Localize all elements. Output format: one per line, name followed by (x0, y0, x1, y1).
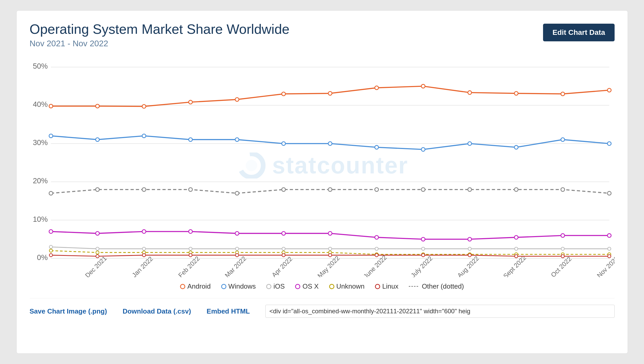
svg-point-111 (375, 254, 378, 257)
svg-point-83 (282, 247, 285, 250)
svg-point-38 (607, 88, 611, 92)
svg-point-60 (421, 188, 425, 191)
svg-point-67 (142, 230, 146, 233)
svg-point-29 (189, 100, 192, 104)
svg-point-51 (607, 142, 611, 145)
svg-point-70 (282, 232, 285, 235)
svg-point-92 (96, 251, 99, 254)
header: Operating System Market Share Worldwide … (30, 21, 615, 48)
svg-point-55 (189, 188, 192, 191)
svg-point-79 (96, 247, 99, 250)
unknown-legend-icon (329, 284, 334, 289)
svg-point-77 (607, 234, 611, 237)
svg-point-65 (49, 230, 53, 233)
svg-point-82 (235, 247, 238, 250)
legend-linux-label: Linux (382, 282, 398, 290)
main-card: Operating System Market Share Worldwide … (16, 10, 628, 354)
svg-point-54 (142, 188, 146, 191)
svg-point-46 (375, 146, 378, 149)
embed-code-input[interactable] (265, 305, 614, 318)
save-chart-link[interactable]: Save Chart Image (.png) (30, 307, 107, 315)
svg-point-39 (49, 134, 53, 138)
title-block: Operating System Market Share Worldwide … (30, 21, 290, 48)
legend-unknown: Unknown (329, 282, 365, 290)
svg-point-53 (95, 188, 99, 191)
svg-point-59 (375, 188, 378, 191)
svg-point-43 (235, 138, 239, 141)
legend-other-label: Other (dotted) (422, 282, 464, 290)
svg-text:Aug 2022: Aug 2022 (456, 255, 480, 277)
legend-android-label: Android (187, 282, 211, 290)
download-data-link[interactable]: Download Data (.csv) (123, 307, 191, 315)
svg-point-34 (421, 84, 425, 88)
svg-point-112 (422, 254, 425, 257)
svg-point-69 (235, 232, 239, 235)
svg-point-116 (608, 255, 611, 258)
svg-point-105 (96, 255, 99, 258)
svg-point-31 (282, 92, 285, 96)
svg-point-81 (189, 247, 192, 250)
subtitle: Nov 2021 - Nov 2022 (30, 39, 290, 48)
svg-text:30%: 30% (33, 139, 48, 147)
svg-text:Sept 2022: Sept 2022 (502, 254, 527, 277)
svg-point-113 (468, 254, 471, 257)
svg-point-88 (514, 247, 518, 250)
edit-chart-button[interactable]: Edit Chart Data (543, 24, 614, 41)
svg-text:June 2022: June 2022 (362, 254, 388, 277)
svg-point-47 (421, 148, 425, 151)
svg-text:May 2022: May 2022 (316, 255, 341, 277)
svg-text:0%: 0% (37, 253, 48, 262)
svg-point-66 (95, 232, 99, 235)
svg-point-85 (375, 247, 378, 250)
svg-point-27 (95, 104, 99, 108)
svg-point-41 (142, 134, 146, 138)
svg-point-56 (235, 192, 239, 195)
svg-point-32 (328, 92, 332, 95)
other-legend-line (409, 286, 418, 287)
svg-point-115 (561, 255, 564, 258)
svg-text:40%: 40% (33, 100, 48, 109)
osx-legend-icon (295, 284, 300, 289)
svg-point-91 (49, 249, 52, 252)
svg-point-109 (282, 254, 285, 257)
ios-legend-icon (266, 284, 271, 289)
windows-legend-icon (221, 284, 226, 289)
svg-point-52 (49, 192, 53, 195)
embed-html-link[interactable]: Embed HTML (207, 307, 250, 315)
svg-point-72 (375, 236, 378, 239)
legend-ios: iOS (266, 282, 285, 290)
svg-point-45 (328, 142, 332, 145)
svg-point-106 (142, 254, 145, 257)
svg-point-68 (189, 230, 192, 233)
legend-osx-label: OS X (302, 282, 318, 290)
svg-point-87 (468, 247, 471, 250)
svg-point-40 (95, 138, 99, 141)
svg-point-71 (328, 232, 332, 235)
legend-unknown-label: Unknown (336, 282, 365, 290)
svg-point-30 (235, 98, 239, 101)
svg-point-48 (468, 142, 471, 145)
svg-point-84 (328, 247, 331, 250)
svg-point-44 (282, 142, 285, 145)
svg-text:50%: 50% (33, 62, 48, 70)
svg-point-78 (49, 245, 52, 249)
svg-point-62 (514, 188, 518, 191)
android-legend-icon (180, 284, 185, 289)
legend-osx: OS X (295, 282, 318, 290)
chart-legend: Android Windows iOS OS X Unknown Linux O… (30, 282, 615, 290)
svg-text:Nov 2022: Nov 2022 (595, 255, 614, 277)
svg-point-86 (422, 247, 425, 250)
svg-point-50 (561, 138, 564, 141)
legend-windows-label: Windows (228, 282, 256, 290)
svg-text:Dec 2021: Dec 2021 (84, 255, 108, 277)
svg-point-75 (514, 236, 518, 239)
legend-android: Android (180, 282, 211, 290)
footer: Save Chart Image (.png) Download Data (.… (30, 298, 615, 318)
chart-svg: 50% 40% 30% 20% 10% 0% Dec 2021 Jan 2022… (30, 54, 615, 277)
svg-point-49 (514, 146, 518, 149)
svg-point-26 (49, 104, 53, 108)
svg-point-36 (514, 92, 518, 95)
svg-point-80 (142, 247, 145, 250)
svg-point-33 (375, 86, 378, 90)
svg-point-108 (235, 254, 238, 257)
